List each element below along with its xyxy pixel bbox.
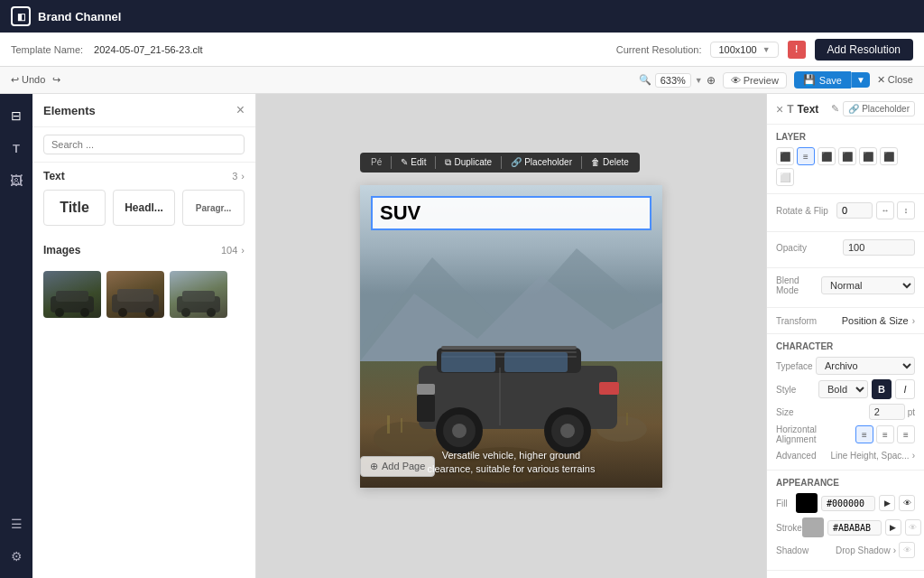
align-right-button[interactable]: ⬛ — [818, 147, 836, 165]
bold-button[interactable]: B — [872, 379, 892, 399]
align-bottom-button[interactable]: ⬛ — [880, 147, 898, 165]
rph-right: ✎ 🔗 Placeholder — [831, 101, 915, 117]
image-thumb-1[interactable] — [43, 271, 101, 318]
panel-close-button[interactable]: × — [236, 103, 245, 117]
svg-rect-19 — [387, 415, 390, 434]
halign-right-button[interactable]: ≡ — [897, 425, 915, 443]
opacity-input[interactable] — [843, 239, 915, 256]
shadow-chevron: › — [893, 545, 896, 555]
typeface-select[interactable]: Archivo — [816, 357, 915, 375]
stroke-color-swatch[interactable] — [802, 517, 824, 537]
sidebar-item-settings[interactable]: ⚙ — [2, 542, 31, 571]
stroke-visibility-button[interactable]: 👁 — [905, 519, 921, 536]
resolution-dropdown-icon[interactable]: ▼ — [762, 45, 771, 54]
ctx-edit-button[interactable]: ✎ Edit — [395, 155, 431, 169]
align-left-button[interactable]: ⬛ — [776, 147, 794, 165]
ctx-placeholder-button[interactable]: 🔗 Placeholder — [505, 155, 578, 169]
image-thumb-2[interactable] — [106, 271, 164, 318]
zoom-out-icon[interactable]: 🔍 — [639, 74, 651, 86]
add-page-button[interactable]: ⊕ Add Page — [360, 456, 435, 477]
resolution-select[interactable]: 100x100 ▼ — [710, 42, 778, 58]
opacity-label: Opacity — [776, 243, 807, 253]
shadow-value: Drop Shadow — [836, 545, 891, 555]
save-dropdown-button[interactable]: ▼ — [851, 72, 870, 88]
svg-point-3 — [80, 308, 89, 317]
size-input[interactable] — [869, 404, 905, 420]
halign-center-button[interactable]: ≡ — [876, 425, 894, 443]
zoom-value: 633% — [655, 73, 691, 88]
blend-select[interactable]: Normal — [821, 276, 915, 294]
text-card-title[interactable]: Title — [43, 190, 106, 226]
right-panel-header: × T Text ✎ 🔗 Placeholder — [767, 94, 924, 125]
text-card-headline[interactable]: Headl... — [113, 190, 175, 226]
shadow-visibility-button[interactable]: 👁 — [899, 542, 915, 558]
italic-button[interactable]: I — [895, 379, 915, 399]
fill-color-swatch[interactable] — [796, 493, 818, 513]
svg-point-2 — [55, 308, 64, 317]
transform-label: Transform — [776, 316, 817, 326]
ctx-delete-button[interactable]: 🗑 Delete — [586, 155, 634, 169]
flip-v-button[interactable]: ↕ — [897, 201, 915, 219]
style-select[interactable]: Bold — [818, 380, 868, 398]
placeholder-button[interactable]: 🔗 Placeholder — [843, 101, 915, 117]
save-icon: 💾 — [803, 74, 816, 86]
zoom-in-icon[interactable]: ⊕ — [707, 74, 716, 87]
stroke-color-edit-button[interactable]: ▶ — [885, 519, 901, 536]
halign-left-button[interactable]: ≡ — [855, 425, 873, 443]
align-center-h-button[interactable]: ≡ — [797, 147, 815, 165]
template-name-label: Template Name: — [11, 44, 83, 55]
sidebar-item-layers[interactable]: ☰ — [2, 509, 31, 538]
svg-point-6 — [118, 308, 127, 317]
fill-visibility-button[interactable]: 👁 — [899, 495, 915, 511]
images-section-count[interactable]: 104 › — [221, 245, 245, 256]
svg-rect-38 — [417, 395, 435, 422]
rotate-input[interactable] — [836, 202, 873, 219]
brand-name: Brand Channel — [38, 10, 121, 23]
flip-h-button[interactable]: ↔ — [876, 201, 894, 219]
canvas-wrapper: Pé ✎ Edit ⧉ Duplicate 🔗 Placeholder 🗑 De… — [360, 185, 662, 488]
fill-color-input[interactable] — [821, 496, 875, 511]
canvas[interactable]: Versatile vehicle, higher ground clearan… — [360, 185, 662, 488]
size-unit: pt — [908, 407, 915, 417]
headline-card-label: Headl... — [125, 201, 163, 214]
logo-char: ◧ — [17, 12, 25, 22]
svg-point-7 — [145, 308, 154, 317]
text-card-paragraph[interactable]: Paragr... — [182, 190, 245, 226]
sidebar-item-text[interactable]: T — [2, 134, 31, 163]
fill-color-row: ▶ 👁 — [796, 493, 915, 513]
undo-bar-right: 🔍 633% ▼ ⊕ 👁 Preview 💾 Save ▼ ✕ Close — [639, 71, 913, 89]
top-bar: ◧ Brand Channel — [0, 0, 924, 33]
svg-rect-37 — [504, 352, 568, 372]
ctx-duplicate-button[interactable]: ⧉ Duplicate — [439, 155, 497, 170]
ctx-separator-1 — [391, 156, 392, 169]
opacity-section: Opacity — [767, 232, 924, 268]
canvas-area: Pé ✎ Edit ⧉ Duplicate 🔗 Placeholder 🗑 De… — [256, 94, 766, 578]
opacity-row: Opacity — [776, 239, 915, 256]
text-section-count[interactable]: 3 › — [232, 171, 245, 182]
distribute-h-button[interactable]: ⬜ — [776, 168, 794, 186]
close-button[interactable]: ✕ Close — [877, 74, 913, 86]
stroke-color-input[interactable] — [827, 520, 882, 536]
sidebar-item-images[interactable]: 🖼 — [2, 166, 31, 195]
images-section — [32, 264, 255, 318]
selected-text-box[interactable]: SUV — [371, 196, 651, 230]
undo-button[interactable]: ↩ Undo — [11, 74, 45, 86]
align-top-button[interactable]: ⬛ — [838, 147, 856, 165]
preview-button[interactable]: 👁 Preview — [723, 72, 787, 89]
right-panel-close-button[interactable]: × — [776, 102, 783, 117]
image-grid — [43, 264, 245, 318]
align-center-v-button[interactable]: ⬛ — [859, 147, 877, 165]
sidebar-item-elements[interactable]: ⊟ — [2, 101, 31, 130]
svg-rect-5 — [117, 289, 153, 302]
fill-color-edit-button[interactable]: ▶ — [879, 495, 895, 511]
edit-icon[interactable]: ✎ — [831, 103, 839, 115]
layer-title: Layer — [776, 132, 915, 142]
redo-button[interactable]: ↪ — [52, 74, 60, 86]
transform-row[interactable]: Transform Position & Size › — [776, 315, 915, 326]
save-main-button[interactable]: 💾 Save — [794, 71, 851, 89]
image-thumb-3[interactable] — [170, 271, 227, 318]
search-input[interactable] — [43, 135, 245, 154]
add-resolution-button[interactable]: Add Resolution — [815, 39, 913, 61]
zoom-dropdown-icon[interactable]: ▼ — [695, 76, 703, 85]
advanced-row[interactable]: Advanced Line Height, Spac... › — [776, 449, 915, 462]
